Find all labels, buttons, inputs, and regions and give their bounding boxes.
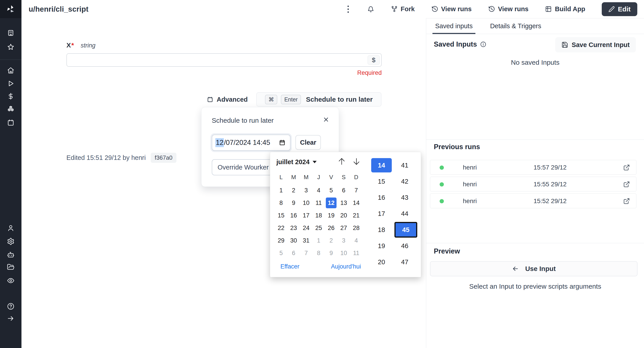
calendar-day[interactable]: 4 [312, 184, 325, 197]
calendar-day[interactable]: 29 [275, 234, 287, 247]
calendar-day[interactable]: 17 [300, 209, 312, 222]
external-link-icon[interactable] [623, 164, 630, 171]
picker-clear-link[interactable]: Effacer [280, 263, 300, 270]
calendar-day[interactable]: 8 [275, 197, 287, 209]
calendar-day[interactable]: 5 [325, 184, 338, 197]
calendar-day[interactable]: 14 [350, 197, 362, 209]
info-icon[interactable] [480, 41, 486, 48]
expand-arrow-icon[interactable] [7, 315, 14, 322]
help-icon[interactable] [7, 302, 14, 310]
calendar-day[interactable]: 4 [350, 234, 362, 247]
calendar-day[interactable]: 2 [287, 184, 300, 197]
minute-option[interactable]: 45 [394, 222, 417, 238]
close-icon[interactable] [323, 116, 330, 123]
hour-option[interactable]: 16 [371, 190, 392, 206]
schedule-run-later-button[interactable]: ⌘ Enter Schedule to run later [256, 92, 382, 107]
calendar-day[interactable]: 3 [338, 234, 350, 247]
calendar-day[interactable]: 11 [312, 197, 325, 209]
tab-details-triggers[interactable]: Details & Triggers [489, 18, 543, 34]
windmill-logo[interactable] [0, 0, 22, 18]
calendar-day[interactable]: 31 [300, 234, 312, 247]
calendar-day[interactable]: 7 [300, 247, 312, 259]
home-icon[interactable] [7, 67, 14, 74]
external-link-icon[interactable] [623, 181, 630, 188]
edit-button[interactable]: Edit [602, 2, 637, 16]
run-row-1[interactable]: henri 15:57 29/12 [430, 160, 636, 175]
advanced-toggle[interactable]: Advanced [207, 96, 248, 103]
run-row-3[interactable]: henri 15:52 29/12 [430, 194, 636, 208]
hour-option[interactable]: 17 [371, 206, 392, 222]
favorites-star-icon[interactable] [7, 43, 14, 51]
resources-boxes-icon[interactable] [7, 105, 14, 113]
calendar-day[interactable]: 7 [350, 184, 362, 197]
calendar-picker-icon[interactable] [279, 139, 286, 146]
minute-option[interactable]: 42 [394, 173, 415, 190]
clear-datetime-button[interactable]: Clear [296, 135, 321, 150]
variables-dollar-icon[interactable] [7, 92, 14, 100]
calendar-day[interactable]: 18 [312, 209, 325, 222]
calendar-day[interactable]: 8 [312, 247, 325, 259]
more-menu-button[interactable] [346, 5, 350, 14]
folders-icon[interactable] [7, 263, 14, 271]
minute-option[interactable]: 47 [394, 254, 415, 270]
calendar-day[interactable]: 15 [275, 209, 287, 222]
hour-option[interactable]: 19 [371, 238, 392, 254]
datetime-input[interactable]: 12/07/2024 14:45 [212, 135, 290, 151]
calendar-day[interactable]: 27 [338, 222, 350, 234]
schedules-calendar-icon[interactable] [7, 119, 14, 126]
calendar-day[interactable]: 16 [287, 209, 300, 222]
build-app-button[interactable]: Build App [545, 5, 585, 13]
calendar-day[interactable]: 24 [300, 222, 312, 234]
minute-option[interactable]: 46 [394, 238, 415, 254]
hour-option[interactable]: 15 [371, 173, 392, 190]
calendar-day[interactable]: 21 [350, 209, 362, 222]
users-icon[interactable] [7, 224, 14, 232]
run-row-2[interactable]: henri 15:55 29/12 [430, 177, 636, 192]
calendar-day[interactable]: 1 [312, 234, 325, 247]
calendar-day[interactable]: 22 [275, 222, 287, 234]
calendar-day[interactable]: 11 [350, 247, 362, 259]
previous-month-arrow[interactable] [337, 156, 346, 167]
calendar-day[interactable]: 12 [326, 198, 336, 208]
external-link-icon[interactable] [623, 198, 630, 205]
calendar-day[interactable]: 28 [350, 222, 362, 234]
settings-gear-icon[interactable] [7, 238, 14, 245]
hour-option[interactable]: 20 [371, 254, 392, 270]
x-string-input[interactable]: $ [66, 53, 382, 67]
calendar-day[interactable]: 25 [312, 222, 325, 234]
calendar-day[interactable]: 2 [325, 234, 338, 247]
tab-saved-inputs[interactable]: Saved inputs [434, 18, 474, 34]
calendar-day[interactable]: 5 [275, 247, 287, 259]
calendar-day[interactable]: 23 [287, 222, 300, 234]
minute-option[interactable]: 41 [394, 157, 415, 173]
calendar-day[interactable]: 13 [338, 197, 350, 209]
calendar-day[interactable]: 26 [325, 222, 338, 234]
calendar-day[interactable]: 20 [338, 209, 350, 222]
calendar-day[interactable]: 6 [338, 184, 350, 197]
next-month-arrow[interactable] [352, 156, 361, 167]
calendar-day[interactable]: 10 [338, 247, 350, 259]
runs-play-icon[interactable] [7, 80, 14, 87]
calendar-day[interactable]: 6 [287, 247, 300, 259]
calendar-day[interactable]: 10 [300, 197, 312, 209]
hour-option[interactable]: 18 [371, 222, 392, 238]
notifications-bell-icon[interactable] [367, 6, 374, 13]
workspaces-icon[interactable] [7, 29, 14, 37]
picker-today-link[interactable]: Aujourd'hui [331, 263, 361, 270]
audit-eye-icon[interactable] [7, 277, 14, 284]
view-runs-button-1[interactable]: View runs [431, 5, 472, 13]
fork-button[interactable]: Fork [391, 5, 415, 13]
calendar-day[interactable]: 9 [325, 247, 338, 259]
calendar-day[interactable]: 9 [287, 197, 300, 209]
workers-robot-icon[interactable] [7, 251, 14, 259]
variable-picker-button[interactable]: $ [368, 55, 380, 65]
version-hash-badge[interactable]: f367a0 [151, 153, 177, 163]
use-input-button[interactable]: Use Input [430, 261, 638, 276]
minute-option[interactable]: 44 [394, 206, 415, 222]
minute-option[interactable]: 43 [394, 190, 415, 206]
calendar-day[interactable]: 30 [287, 234, 300, 247]
view-runs-button-2[interactable]: View runs [488, 5, 528, 13]
calendar-day[interactable]: 19 [325, 209, 338, 222]
month-dropdown[interactable]: juillet 2024 [276, 158, 317, 166]
hour-option[interactable]: 14 [371, 158, 392, 172]
